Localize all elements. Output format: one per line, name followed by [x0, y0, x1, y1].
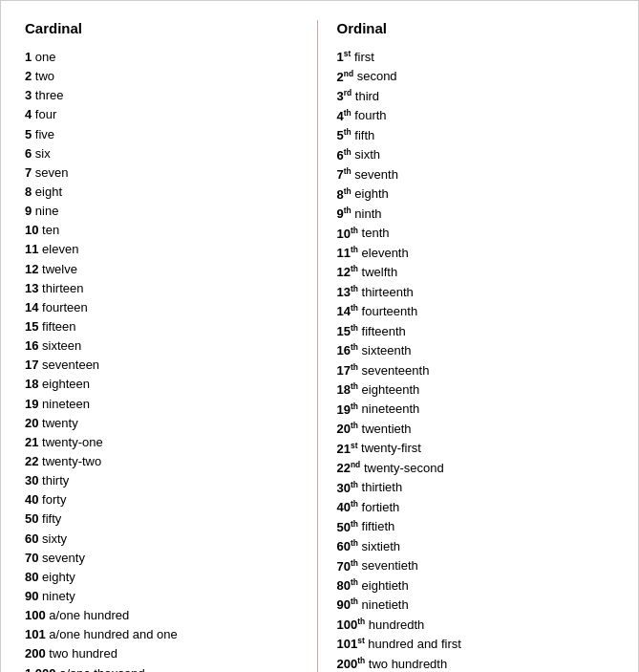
ordinal-number: 40th [337, 500, 358, 514]
cardinal-word: a/one hundred [49, 608, 129, 622]
cardinal-number: 4 [25, 107, 32, 121]
cardinal-entry: 15 fifteen [25, 317, 303, 336]
cardinal-entry: 21 twenty-one [25, 433, 303, 452]
ordinal-list: 1st first2nd second3rd third4th fourth5t… [337, 48, 615, 672]
cardinal-entry: 2 two [25, 67, 303, 86]
cardinal-word: twenty-one [42, 435, 103, 449]
ordinal-suffix: th [344, 146, 351, 156]
cardinal-entry: 3 three [25, 86, 303, 105]
ordinal-suffix: th [351, 577, 358, 587]
ordinal-word: tenth [362, 227, 390, 241]
cardinal-number: 9 [25, 204, 32, 218]
ordinal-suffix: th [344, 185, 351, 195]
ordinal-suffix: th [351, 284, 358, 293]
cardinal-entry: 4 four [25, 105, 303, 124]
cardinal-entry: 22 twenty-two [25, 452, 303, 471]
ordinal-entry: 50th fiftieth [337, 517, 615, 536]
cardinal-word: nine [35, 204, 59, 218]
ordinal-entry: 14th fourteenth [337, 302, 615, 321]
cardinal-word: seven [35, 165, 69, 180]
ordinal-entry: 101st hundred and first [337, 635, 615, 654]
ordinal-number: 2nd [337, 70, 354, 84]
cardinal-word: a/one hundred and one [49, 627, 177, 641]
cardinal-word: two [35, 69, 54, 83]
ordinal-number: 90th [337, 597, 358, 612]
ordinal-number: 100th [337, 618, 366, 632]
ordinal-entry: 19th nineteenth [337, 400, 615, 419]
ordinal-entry: 18th eighteenth [337, 380, 615, 400]
ordinal-word: two hundredth [369, 657, 447, 671]
cardinal-number: 60 [25, 531, 38, 546]
ordinal-entry: 9th ninth [337, 205, 615, 224]
ordinal-word: eighteenth [362, 382, 420, 397]
cardinal-entry: 80 eighty [25, 568, 303, 587]
ordinal-number: 17th [337, 363, 358, 378]
ordinal-number: 80th [337, 578, 358, 593]
ordinal-number: 12th [337, 265, 358, 279]
ordinal-suffix: nd [351, 460, 360, 469]
ordinal-word: fiftieth [362, 520, 395, 534]
cardinal-number: 20 [25, 416, 38, 430]
ordinal-entry: 200th two hundredth [337, 655, 615, 672]
cardinal-word: thirty [42, 473, 69, 488]
cardinal-entry: 60 sixty [25, 530, 303, 549]
ordinal-suffix: th [351, 421, 358, 430]
ordinal-entry: 10th tenth [337, 224, 615, 243]
ordinal-entry: 100th hundredth [337, 616, 615, 635]
ordinal-word: seventieth [362, 559, 418, 574]
ordinal-number: 50th [337, 520, 358, 534]
ordinal-suffix: st [351, 440, 358, 449]
ordinal-entry: 15th fifteenth [337, 322, 615, 341]
ordinal-number: 11th [337, 246, 358, 260]
ordinal-word: fourth [354, 109, 386, 123]
cardinal-entry: 40 forty [25, 490, 303, 509]
ordinal-word: twelfth [362, 265, 398, 279]
cardinal-number: 50 [25, 511, 38, 526]
cardinal-entry: 90 ninety [25, 587, 303, 606]
ordinal-entry: 16th sixteenth [337, 341, 615, 360]
ordinal-number: 14th [337, 304, 358, 318]
cardinal-entry: 12 twelve [25, 260, 303, 279]
ordinal-suffix: th [351, 303, 358, 313]
ordinal-entry: 12th twelfth [337, 263, 615, 282]
cardinal-number: 18 [25, 377, 38, 391]
ordinal-entry: 3rd third [337, 87, 615, 106]
ordinal-suffix: th [344, 107, 351, 117]
cardinal-word: seventy [42, 551, 85, 565]
cardinal-number: 1 [25, 50, 32, 64]
ordinal-word: fifth [354, 128, 374, 142]
cardinal-entry: 50 fifty [25, 509, 303, 529]
ordinal-suffix: th [351, 362, 358, 372]
cardinal-number: 6 [25, 146, 32, 161]
ordinal-entry: 30th thirtieth [337, 478, 615, 497]
ordinal-number: 19th [337, 402, 358, 417]
ordinal-suffix: th [351, 479, 358, 488]
cardinal-word: forty [42, 492, 66, 507]
ordinal-word: eighth [354, 187, 388, 202]
cardinal-number: 19 [25, 397, 38, 411]
ordinal-word: fortieth [362, 500, 400, 514]
ordinal-number: 15th [337, 324, 358, 338]
ordinal-entry: 11th eleventh [337, 244, 615, 263]
ordinal-number: 22nd [337, 461, 361, 475]
ordinal-word: fourteenth [362, 304, 418, 318]
ordinal-word: twentieth [362, 422, 412, 436]
cardinal-entry: 100 a/one hundred [25, 606, 303, 625]
ordinal-suffix: th [351, 596, 358, 606]
cardinal-entry: 101 a/one hundred and one [25, 625, 303, 644]
cardinal-entry: 20 twenty [25, 414, 303, 433]
cardinal-number: 80 [25, 570, 38, 584]
ordinal-word: hundredth [369, 618, 425, 632]
ordinal-column: Ordinal 1st first2nd second3rd third4th … [318, 20, 629, 672]
ordinal-word: thirteenth [362, 285, 414, 299]
ordinal-suffix: th [344, 206, 351, 215]
cardinal-word: one [35, 50, 56, 64]
cardinal-word: ten [42, 223, 59, 237]
cardinal-column: Cardinal 1 one2 two3 three4 four5 five6 … [11, 20, 318, 672]
ordinal-number: 5th [337, 128, 351, 142]
ordinal-suffix: th [351, 518, 358, 528]
ordinal-suffix: th [344, 166, 351, 176]
ordinal-entry: 80th eightieth [337, 576, 615, 596]
ordinal-word: eleventh [362, 246, 409, 260]
cardinal-word: nineteen [42, 397, 90, 411]
